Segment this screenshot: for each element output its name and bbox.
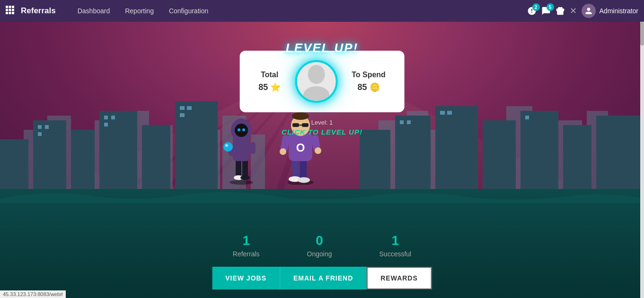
star-icon: ⭐	[270, 82, 281, 92]
svg-rect-72	[236, 159, 241, 178]
click-to-level-text[interactable]: CLICK TO LEVEL UP!	[282, 128, 362, 136]
svg-point-99	[280, 148, 286, 155]
main-scene: O LEVEL UP! Total 85 ⭐	[0, 22, 644, 298]
svg-rect-7	[9, 12, 11, 14]
successful-label: Successful	[379, 250, 412, 258]
stats-row: 1 Referrals 0 Ongoing 1 Successful	[233, 233, 411, 258]
svg-rect-59	[360, 130, 390, 196]
bottom-buttons: VIEW JOBS EMAIL A FRIEND REWARDS	[212, 267, 432, 289]
gift-icon-btn[interactable]	[556, 6, 565, 16]
referrals-count: 1	[242, 233, 250, 248]
user-menu[interactable]: Administrator	[582, 4, 638, 18]
svg-rect-70	[525, 116, 529, 119]
app-brand: Referrals	[21, 6, 56, 16]
svg-rect-58	[180, 113, 185, 117]
svg-rect-8	[12, 12, 14, 14]
nav-right: 2 5 ✕ Administrator	[527, 4, 638, 18]
svg-rect-84	[250, 142, 256, 154]
svg-rect-55	[104, 123, 108, 126]
svg-rect-63	[520, 111, 558, 196]
nav-links: Dashboard Reporting Configuration	[70, 0, 216, 22]
nav-link-dashboard[interactable]: Dashboard	[70, 0, 118, 22]
svg-point-100	[315, 147, 321, 154]
svg-rect-56	[180, 106, 185, 110]
svg-point-82	[223, 142, 233, 152]
svg-rect-66	[400, 120, 404, 124]
svg-rect-60	[395, 116, 431, 196]
svg-rect-62	[483, 120, 516, 196]
message-badge: 5	[547, 3, 554, 11]
svg-rect-57	[187, 106, 192, 110]
successful-count: 1	[392, 233, 399, 248]
svg-rect-46	[71, 130, 95, 196]
svg-rect-73	[242, 159, 248, 178]
rewards-button[interactable]: REWARDS	[366, 267, 432, 289]
svg-point-75	[240, 175, 250, 180]
svg-rect-5	[12, 9, 14, 11]
svg-rect-87	[300, 159, 307, 180]
svg-rect-68	[440, 111, 445, 115]
view-jobs-button[interactable]: VIEW JOBS	[212, 267, 280, 289]
svg-rect-52	[38, 132, 42, 136]
to-spend-value: 85	[357, 82, 367, 92]
svg-rect-3	[6, 9, 8, 11]
to-spend-value-row: 85 🪙	[357, 82, 379, 92]
scrollbar-thumb[interactable]	[640, 22, 644, 45]
url-bar: 45.33.123.173:8083/web#	[0, 290, 66, 298]
svg-point-89	[298, 177, 310, 183]
svg-rect-44	[0, 139, 28, 196]
svg-rect-45	[33, 120, 66, 196]
svg-rect-65	[596, 116, 644, 196]
svg-point-80	[242, 128, 245, 131]
level-info: Level: 1 CLICK TO LEVEL UP!	[282, 119, 362, 136]
message-icon-btn[interactable]: 5	[541, 6, 551, 16]
activity-icon-btn[interactable]: 2	[527, 6, 537, 16]
svg-rect-0	[6, 6, 8, 8]
svg-rect-6	[6, 12, 8, 14]
svg-point-83	[225, 144, 228, 147]
character-hooded	[222, 109, 260, 187]
nav-link-reporting[interactable]: Reporting	[117, 0, 161, 22]
svg-rect-48	[142, 125, 170, 196]
svg-point-71	[229, 180, 253, 185]
ongoing-label: Ongoing	[307, 250, 332, 258]
level-card[interactable]: Total 85 ⭐ To Spend 85 🪙	[239, 51, 405, 112]
nav-separator: ✕	[570, 6, 577, 16]
svg-rect-54	[111, 116, 115, 119]
to-spend-stat: To Spend 85 🪙	[352, 71, 386, 92]
scrollbar[interactable]	[640, 22, 644, 298]
svg-rect-64	[563, 125, 591, 196]
total-value: 85	[258, 82, 268, 92]
nav-link-configuration[interactable]: Configuration	[161, 0, 216, 22]
coin-icon: 🪙	[370, 82, 380, 92]
svg-rect-50	[38, 125, 42, 129]
stat-successful: 1 Successful	[379, 233, 412, 258]
level-text: Level: 1	[282, 119, 362, 126]
stat-referrals: 1 Referrals	[233, 233, 260, 258]
level-avatar[interactable]	[295, 60, 337, 103]
level-up-title: LEVEL UP!	[286, 41, 358, 55]
svg-point-101	[308, 65, 325, 84]
activity-badge: 2	[532, 3, 540, 11]
svg-point-102	[303, 86, 329, 100]
referrals-label: Referrals	[233, 250, 260, 258]
svg-rect-53	[104, 116, 108, 119]
ongoing-count: 0	[316, 233, 323, 248]
avatar	[582, 4, 596, 18]
svg-rect-2	[12, 6, 14, 8]
svg-rect-1	[9, 6, 11, 8]
svg-text:O: O	[296, 141, 305, 154]
total-stat: Total 85 ⭐	[258, 71, 281, 92]
svg-point-78	[235, 124, 248, 137]
svg-point-79	[238, 128, 240, 131]
total-label: Total	[261, 71, 278, 79]
grid-icon[interactable]	[6, 6, 14, 17]
stat-ongoing: 0 Ongoing	[307, 233, 332, 258]
svg-rect-61	[435, 106, 478, 196]
svg-rect-67	[407, 120, 411, 124]
svg-rect-69	[447, 111, 452, 115]
level-card-container: LEVEL UP! Total 85 ⭐ To Spend 85 🪙	[239, 41, 405, 112]
email-friend-button[interactable]: EMAIL A FRIEND	[280, 267, 366, 289]
to-spend-label: To Spend	[352, 71, 386, 79]
username: Administrator	[600, 7, 638, 15]
